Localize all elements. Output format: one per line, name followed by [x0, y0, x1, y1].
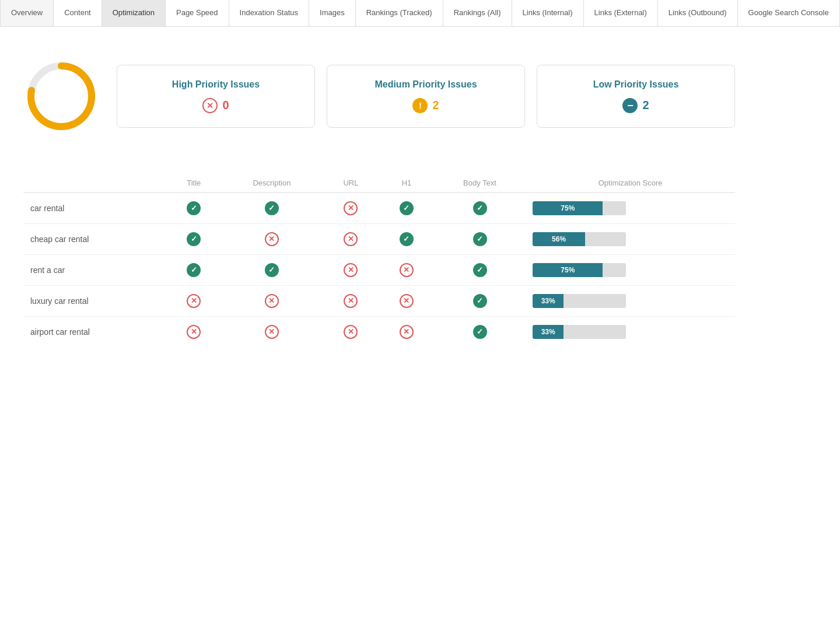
progress-bar-inner: 33%	[533, 294, 564, 308]
col-header-title: Title	[166, 174, 221, 192]
progress-label: 75%	[557, 204, 578, 212]
keyword-cell: rent a car	[23, 254, 166, 285]
progress-bar-outer: 75%	[533, 201, 626, 215]
description-cell: ✓	[221, 254, 323, 285]
progress-bar-outer: 56%	[533, 232, 626, 246]
nav-tab-images[interactable]: Images	[309, 0, 356, 26]
high-priority-icon: ✕	[202, 98, 218, 113]
x-icon: ✕	[344, 325, 358, 339]
progress-bar-outer: 75%	[533, 263, 626, 277]
progress-label: 33%	[538, 297, 559, 305]
url-cell: ✕	[323, 192, 379, 224]
x-icon: ✕	[187, 294, 201, 308]
col-header-optimization-score: Optimization Score	[526, 174, 735, 192]
keyword-cell: luxury car rental	[23, 285, 166, 316]
h1-cell: ✓	[379, 192, 434, 224]
nav-tab-rankings-tracked-[interactable]: Rankings (Tracked)	[356, 0, 443, 26]
check-icon: ✓	[187, 201, 201, 215]
medium-priority-icon: !	[412, 98, 428, 113]
check-icon: ✓	[400, 201, 414, 215]
progress-bar-inner: 56%	[533, 232, 585, 246]
nav-tab-optimization[interactable]: Optimization	[102, 0, 166, 26]
score-cell: 75%	[526, 254, 735, 285]
keyword-table: TitleDescriptionURLH1Body TextOptimizati…	[23, 174, 735, 347]
h1-cell: ✕	[379, 285, 434, 316]
check-icon: ✓	[473, 294, 487, 308]
description-cell: ✕	[221, 223, 323, 254]
nav-tabs: OverviewContentOptimizationPage SpeedInd…	[0, 0, 840, 27]
issue-card-medium: Medium Priority Issues!2	[327, 65, 525, 128]
title-cell: ✓	[166, 254, 221, 285]
progress-bar-inner: 75%	[533, 201, 603, 215]
issue-card-value-medium: !2	[339, 98, 513, 113]
nav-tab-page-speed[interactable]: Page Speed	[166, 0, 229, 26]
h1-cell: ✕	[379, 316, 434, 347]
table-row: airport car rental✕✕✕✕✓ 33%	[23, 316, 735, 347]
check-icon: ✓	[187, 263, 201, 277]
x-icon: ✕	[187, 325, 201, 339]
score-cell: 33%	[526, 285, 735, 316]
nav-tab-links-external-[interactable]: Links (External)	[584, 0, 658, 26]
description-cell: ✓	[221, 192, 323, 224]
x-icon: ✕	[265, 294, 279, 308]
body_text-cell: ✓	[434, 192, 526, 224]
issue-count-medium: 2	[432, 99, 439, 112]
check-icon: ✓	[473, 201, 487, 215]
x-icon: ✕	[344, 294, 358, 308]
table-row: cheap car rental✓✕✕✓✓ 56%	[23, 223, 735, 254]
url-cell: ✕	[323, 285, 379, 316]
donut-chart	[23, 58, 99, 134]
nav-tab-google-search-console[interactable]: Google Search Console	[738, 0, 840, 26]
nav-tab-links-outbound-[interactable]: Links (Outbound)	[658, 0, 738, 26]
nav-tab-overview[interactable]: Overview	[0, 0, 54, 26]
issue-count-high: 0	[222, 99, 229, 112]
url-cell: ✕	[323, 316, 379, 347]
table-body: car rental✓✓✕✓✓ 75% cheap car rental✓✕✕✓…	[23, 192, 735, 347]
check-icon: ✓	[187, 232, 201, 246]
issue-cards: High Priority Issues✕0Medium Priority Is…	[117, 65, 735, 128]
nav-tab-rankings-all-[interactable]: Rankings (All)	[443, 0, 512, 26]
score-cell: 33%	[526, 316, 735, 347]
check-icon: ✓	[473, 263, 487, 277]
x-icon: ✕	[400, 263, 414, 277]
issue-card-value-high: ✕0	[129, 98, 303, 113]
col-header-description: Description	[221, 174, 323, 192]
title-cell: ✕	[166, 285, 221, 316]
x-icon: ✕	[265, 325, 279, 339]
check-icon: ✓	[473, 325, 487, 339]
h1-cell: ✓	[379, 223, 434, 254]
table-row: luxury car rental✕✕✕✕✓ 33%	[23, 285, 735, 316]
progress-label: 75%	[557, 266, 578, 274]
nav-tab-indexation-status[interactable]: Indexation Status	[229, 0, 309, 26]
col-header-h1: H1	[379, 174, 434, 192]
description-cell: ✕	[221, 285, 323, 316]
x-icon: ✕	[344, 201, 358, 215]
description-cell: ✕	[221, 316, 323, 347]
h1-cell: ✕	[379, 254, 434, 285]
title-cell: ✓	[166, 223, 221, 254]
progress-label: 33%	[538, 328, 559, 336]
nav-tab-content[interactable]: Content	[54, 0, 102, 26]
issue-card-value-low: −2	[549, 98, 723, 113]
progress-label: 56%	[548, 235, 569, 243]
issue-card-low: Low Priority Issues−2	[537, 65, 735, 128]
body_text-cell: ✓	[434, 316, 526, 347]
col-keyword-header	[23, 174, 166, 192]
progress-bar-inner: 33%	[533, 325, 564, 339]
x-icon: ✕	[400, 294, 414, 308]
x-icon: ✕	[344, 232, 358, 246]
col-header-url: URL	[323, 174, 379, 192]
issue-card-title-high: High Priority Issues	[129, 79, 303, 90]
issue-count-low: 2	[642, 99, 649, 112]
check-icon: ✓	[265, 201, 279, 215]
table-row: car rental✓✓✕✓✓ 75%	[23, 192, 735, 224]
keyword-cell: car rental	[23, 192, 166, 224]
issue-card-high: High Priority Issues✕0	[117, 65, 315, 128]
page-score-section: High Priority Issues✕0Medium Priority Is…	[23, 58, 735, 134]
title-cell: ✓	[166, 192, 221, 224]
keyword-cell: cheap car rental	[23, 223, 166, 254]
progress-bar-outer: 33%	[533, 294, 626, 308]
nav-tab-links-internal-[interactable]: Links (Internal)	[512, 0, 584, 26]
x-icon: ✕	[265, 232, 279, 246]
x-icon: ✕	[400, 325, 414, 339]
